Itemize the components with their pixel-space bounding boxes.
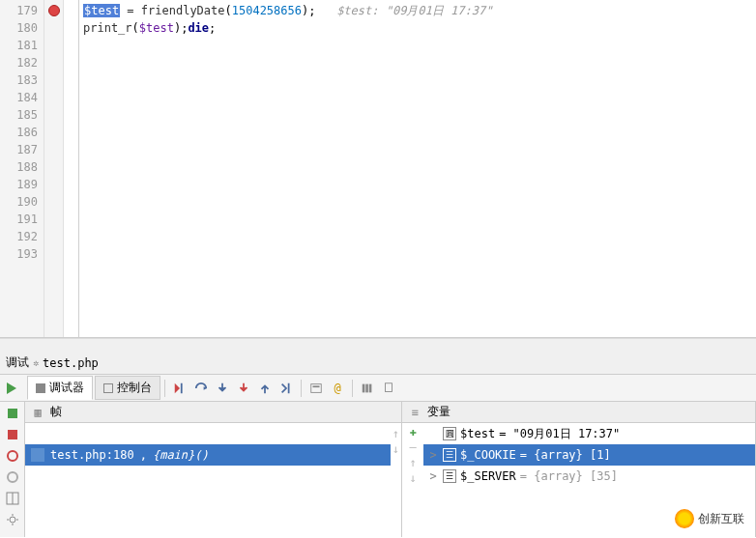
- line-number: 192: [0, 228, 44, 245]
- variables-header: ≡ 变量: [402, 402, 755, 423]
- settings-icon[interactable]: [357, 378, 378, 399]
- svg-rect-5: [365, 383, 368, 392]
- line-number: 183: [0, 71, 44, 89]
- variable-type-icon: 圓: [443, 427, 456, 440]
- horizontal-scrollbar[interactable]: [0, 338, 756, 352]
- debug-session-file[interactable]: test.php: [43, 356, 99, 370]
- debug-tool-window-header: 调试 ✲ test.php: [0, 352, 756, 375]
- frames-title: 帧: [50, 404, 62, 420]
- line-number: 185: [0, 106, 44, 124]
- frame-function: {main}(): [153, 448, 209, 462]
- variables-toolbar: ✚ — ↑ ↓: [402, 423, 423, 537]
- debug-toolbar: 调试器 控制台 @: [0, 375, 756, 402]
- code-area[interactable]: $test = friendlyDate(1504258656); $test:…: [79, 0, 756, 337]
- frame-down-button[interactable]: ↓: [393, 442, 399, 456]
- resume-button[interactable]: [0, 377, 23, 400]
- run-to-cursor-button[interactable]: [276, 378, 297, 399]
- variable-row[interactable]: > ☰ $_SERVER = {array} [35]: [423, 466, 755, 487]
- variable-highlight: $test: [83, 4, 120, 17]
- line-number: 182: [0, 54, 44, 71]
- debugger-icon: [36, 383, 45, 393]
- variables-title: 变量: [427, 404, 451, 420]
- line-number-gutter: 179 180 181 182 183 184 185 186 187 188 …: [0, 0, 44, 337]
- variable-type-icon: ☰: [443, 448, 456, 462]
- svg-rect-7: [386, 382, 393, 391]
- variable-type-icon: ☰: [443, 469, 456, 483]
- tab-console[interactable]: 控制台: [95, 376, 160, 400]
- fold-gutter: [64, 0, 79, 337]
- svg-rect-4: [363, 383, 365, 392]
- frame-icon: [31, 448, 44, 462]
- frame-location: test.php:180: [50, 448, 134, 462]
- add-watch-button[interactable]: ✚: [409, 425, 416, 439]
- variable-row[interactable]: 圓 $test = "09月01日 17:37": [423, 423, 755, 444]
- step-over-button[interactable]: [190, 378, 212, 399]
- play-icon: [7, 382, 16, 394]
- variable-name: $_SERVER: [460, 469, 516, 483]
- watermark-icon: [675, 509, 694, 528]
- frame-up-button[interactable]: ↑: [393, 427, 399, 440]
- inline-hint: $test: "09月01日 17:37": [315, 4, 492, 17]
- layout-button[interactable]: [5, 491, 20, 506]
- rerun-button[interactable]: [5, 406, 20, 421]
- svg-point-10: [10, 517, 15, 523]
- console-icon: [103, 383, 113, 393]
- settings-gear-icon[interactable]: [5, 512, 20, 527]
- variable-name: $test: [460, 427, 495, 440]
- line-number: 187: [0, 141, 44, 158]
- editor-area: 179 180 181 182 183 184 185 186 187 188 …: [0, 0, 756, 338]
- line-number: 191: [0, 211, 44, 228]
- svg-rect-1: [288, 382, 290, 393]
- line-number: 193: [0, 245, 44, 263]
- variable-name: $_COOKIE: [460, 448, 516, 462]
- show-execution-point-button[interactable]: [169, 378, 190, 399]
- code-line[interactable]: $test = friendlyDate(1504258656); $test:…: [83, 2, 756, 19]
- frame-nav: ↑ ↓: [391, 423, 401, 537]
- line-number: 186: [0, 124, 44, 141]
- stack-frame-row[interactable]: test.php:180, {main}(): [25, 444, 391, 466]
- expand-toggle[interactable]: >: [427, 448, 439, 462]
- watermark: 创新互联: [671, 507, 748, 530]
- breakpoint-gutter[interactable]: [44, 0, 64, 337]
- debug-label: 调试: [6, 354, 29, 371]
- at-icon[interactable]: @: [327, 378, 348, 399]
- mute-breakpoints-button[interactable]: [5, 469, 20, 485]
- watch-down-button[interactable]: ↓: [409, 471, 416, 485]
- watermark-text: 创新互联: [698, 511, 744, 527]
- line-number: 188: [0, 158, 44, 176]
- svg-rect-2: [311, 383, 322, 392]
- variable-value: = {array} [35]: [520, 469, 618, 483]
- pin-icon[interactable]: [378, 378, 399, 399]
- frames-icon: ▦: [31, 406, 44, 419]
- step-out-button[interactable]: [254, 378, 276, 399]
- svg-rect-6: [369, 383, 372, 392]
- burst-icon: ✲: [33, 357, 39, 368]
- remove-watch-button[interactable]: —: [409, 440, 416, 454]
- debug-panels: ▦ 帧 test.php:180, {main}() ↑: [0, 402, 756, 537]
- force-step-into-button[interactable]: [233, 378, 254, 399]
- line-number: 181: [0, 37, 44, 54]
- frames-header: ▦ 帧: [25, 402, 401, 423]
- line-number: 189: [0, 176, 44, 193]
- watch-up-button[interactable]: ↑: [409, 456, 416, 469]
- line-number: 180: [0, 19, 44, 37]
- evaluate-expression-button[interactable]: [305, 378, 327, 399]
- step-into-button[interactable]: [212, 378, 233, 399]
- code-line[interactable]: print_r($test);die;: [83, 19, 756, 37]
- breakpoint-icon[interactable]: [48, 5, 60, 16]
- variable-value: = "09月01日 17:37": [499, 426, 620, 442]
- expand-toggle[interactable]: >: [427, 469, 439, 483]
- frames-pane: ▦ 帧 test.php:180, {main}() ↑: [25, 402, 402, 537]
- debug-side-toolbar: [0, 402, 25, 537]
- variable-row[interactable]: > ☰ $_COOKIE = {array} [1]: [423, 444, 755, 466]
- tab-debugger[interactable]: 调试器: [27, 376, 93, 400]
- line-number: 184: [0, 89, 44, 106]
- svg-rect-3: [313, 385, 320, 387]
- view-breakpoints-button[interactable]: [5, 448, 20, 464]
- line-number: 190: [0, 193, 44, 211]
- variable-value: = {array} [1]: [520, 448, 611, 462]
- variables-icon: ≡: [408, 406, 422, 419]
- line-number: 179: [0, 2, 44, 19]
- stop-button[interactable]: [5, 427, 20, 442]
- svg-rect-0: [181, 382, 183, 393]
